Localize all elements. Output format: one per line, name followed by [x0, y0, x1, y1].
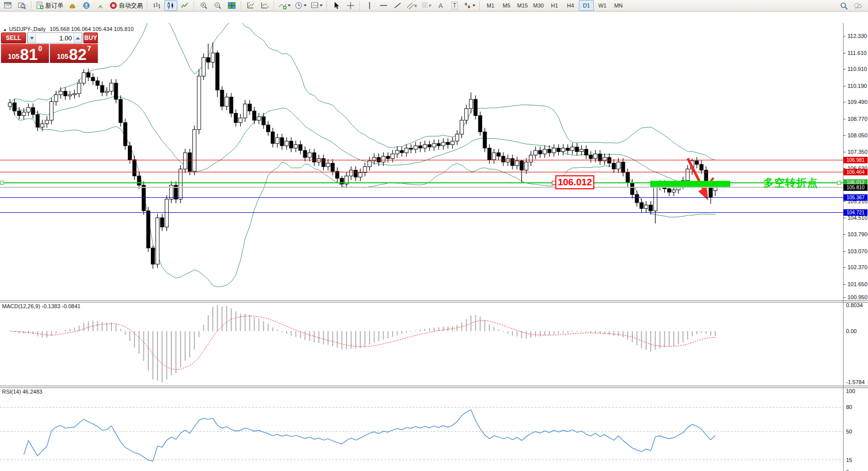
cursor-tool-button[interactable]	[330, 0, 343, 11]
price-tick-label: 103.070	[848, 248, 868, 254]
indicators-button[interactable]	[277, 0, 292, 11]
arrows-tool-button[interactable]	[462, 0, 477, 11]
pane-splitter-rsi[interactable]	[0, 386, 868, 388]
tile-windows-icon	[228, 1, 236, 9]
price-line-105.367[interactable]	[0, 197, 843, 198]
timeframe-button-d1[interactable]: D1	[579, 0, 594, 11]
line-chart-button[interactable]	[178, 0, 191, 11]
macd-tick-label: 0.00	[846, 328, 857, 334]
new-order-button[interactable]: 新订单	[34, 0, 65, 11]
price-line-106.981[interactable]	[0, 160, 843, 160]
candle-bear	[612, 163, 616, 169]
candle-bull	[451, 141, 454, 145]
bar-chart-icon	[153, 1, 161, 9]
text-tool-button[interactable]: A	[434, 0, 447, 11]
vertical-line-tool-button[interactable]	[363, 0, 376, 11]
sell-button[interactable]: SELL	[1, 32, 26, 43]
arrow-down-icon	[30, 37, 34, 39]
timeframe-button-w1[interactable]: W1	[595, 0, 610, 11]
candle-bear	[262, 117, 265, 125]
pane-splitter-macd[interactable]	[0, 300, 868, 303]
timeframe-button-m15[interactable]: M15	[515, 0, 530, 11]
auto-arrange-button[interactable]	[244, 0, 257, 11]
buy-price-display[interactable]: 105 82 7	[50, 44, 98, 63]
volume-decrease-button[interactable]	[27, 33, 36, 43]
chat-button[interactable]	[852, 0, 865, 11]
candle-bull	[580, 149, 583, 152]
fibonacci-tool-button[interactable]: F	[420, 0, 433, 11]
price-line-106.464[interactable]	[0, 172, 843, 172]
candle-bull	[571, 147, 574, 150]
label-tool-button[interactable]: T	[448, 0, 461, 11]
hline-handle-right[interactable]	[837, 181, 841, 185]
rsi-tick-label: 15	[846, 457, 852, 463]
horizontal-line-tool-button[interactable]	[377, 0, 390, 11]
bar-chart-button[interactable]	[150, 0, 163, 11]
templates-button[interactable]	[309, 0, 324, 11]
trendline-tool-button[interactable]	[391, 0, 404, 11]
market-button[interactable]	[66, 0, 79, 11]
crosshair-tool-button[interactable]	[344, 0, 357, 11]
channel-tool-button[interactable]: E	[405, 0, 419, 11]
toolbar-separator	[31, 1, 32, 10]
timeframe-button-m30[interactable]: M30	[531, 0, 546, 11]
timeframe-button-mn[interactable]: MN	[611, 0, 626, 11]
candle-bull	[350, 170, 353, 176]
candle-bear	[123, 122, 127, 145]
profiles-button[interactable]	[15, 0, 28, 11]
price-tick-label: 110.190	[848, 83, 867, 89]
new-chart-button[interactable]	[1, 0, 14, 11]
periods-button[interactable]	[293, 0, 308, 11]
chart-area[interactable]: ▲USDJPY-,Daily105.668 106.064 105.434 10…	[0, 11, 868, 471]
timeframe-button-m5[interactable]: M5	[499, 0, 514, 11]
crosshair-icon	[347, 1, 355, 9]
chart-shift-button[interactable]	[258, 0, 271, 11]
candle-bear	[575, 147, 579, 151]
arrows-dropdown-caret[interactable]	[472, 4, 475, 6]
price-line-105.810[interactable]	[0, 187, 843, 188]
periods-dropdown-caret[interactable]	[304, 4, 307, 6]
templates-dropdown-caret[interactable]	[320, 4, 323, 6]
candle-bull	[179, 169, 182, 199]
hline-handle-left[interactable]	[0, 181, 4, 185]
candle-bull	[644, 205, 648, 208]
price-level-label[interactable]: 106.012	[555, 175, 594, 189]
volume-increase-button[interactable]	[73, 33, 82, 43]
autotrading-button[interactable]: 自动交易	[108, 0, 144, 11]
price-tick-mark	[844, 218, 846, 218]
price-tick-mark	[844, 119, 846, 119]
timeframe-button-m1[interactable]: M1	[483, 0, 498, 11]
down-arrow-head[interactable]	[698, 187, 708, 200]
candle-bull	[22, 112, 25, 115]
volume-input[interactable]	[36, 33, 73, 43]
candle-bear	[474, 99, 477, 116]
candlestick-chart-button[interactable]	[164, 0, 177, 11]
price-tick-label: 111.610	[848, 50, 867, 56]
one-click-trading-panel: SELL BUY 105 81 0 105 82 7	[1, 32, 98, 63]
candle-bull	[193, 129, 196, 171]
community-button[interactable]	[80, 0, 93, 11]
price-tick-mark	[844, 36, 846, 36]
candle-bear	[621, 162, 625, 172]
turning-point-annotation[interactable]: 多空转折点	[763, 176, 818, 190]
price-badge-105.367: 105.367	[844, 194, 868, 201]
sell-price-display[interactable]: 105 81 0	[1, 44, 49, 63]
signals-button[interactable]	[94, 0, 107, 11]
candle-bull	[156, 218, 159, 264]
support-highlight-bar[interactable]	[650, 181, 730, 187]
candle-bear	[31, 107, 35, 114]
vertical-line-icon	[366, 1, 374, 9]
zoom-in-button[interactable]	[197, 0, 210, 11]
indicators-dropdown-caret[interactable]	[288, 4, 291, 6]
price-label-handle[interactable]	[552, 181, 556, 185]
candle-bear	[96, 81, 99, 85]
search-button[interactable]	[838, 0, 851, 11]
rsi-tick-label: 50	[846, 429, 852, 435]
buy-button[interactable]: BUY	[83, 32, 98, 43]
price-tick-label: 103.790	[848, 231, 868, 237]
timeframe-button-h1[interactable]: H1	[547, 0, 562, 11]
price-line-104.721[interactable]	[0, 212, 843, 213]
timeframe-button-h4[interactable]: H4	[563, 0, 578, 11]
zoom-out-button[interactable]	[211, 0, 224, 11]
tile-windows-button[interactable]	[225, 0, 238, 11]
